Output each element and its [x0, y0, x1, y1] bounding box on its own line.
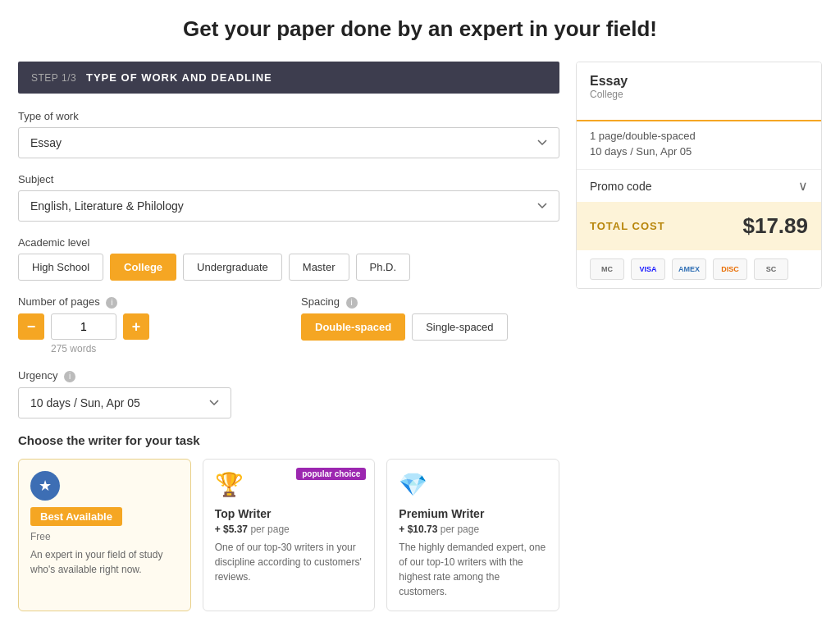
urgency-info-icon: i	[64, 371, 75, 382]
premium-writer-title: Premium Writer	[399, 507, 547, 520]
summary-card: Essay College 1 page/double-spaced 10 da…	[576, 62, 822, 289]
writer-card-top-writer[interactable]: 🏆 popular choice Top Writer + $5.37 per …	[203, 459, 376, 611]
academic-level-label: Academic level	[18, 236, 559, 249]
summary-details: 1 page/double-spaced 10 days / Sun, Apr …	[577, 121, 821, 169]
spacing-group: Spacing i Double-spaced Single-spaced	[301, 295, 559, 341]
pages-control: − +	[18, 313, 276, 340]
total-cost-amount: $17.89	[742, 213, 808, 239]
spacing-btn-double[interactable]: Double-spaced	[301, 313, 405, 341]
mastercard-icon: MC	[590, 258, 624, 280]
amex-icon: AMEX	[672, 258, 706, 280]
summary-detail-pages: 1 page/double-spaced	[590, 130, 808, 142]
type-of-work-group: Type of work Essay	[18, 110, 559, 158]
academic-btn-high-school[interactable]: High School	[18, 254, 103, 281]
shield-star-icon: ★	[30, 471, 60, 501]
academic-btn-undergraduate[interactable]: Undergraduate	[183, 254, 282, 281]
summary-sidebar: Essay College 1 page/double-spaced 10 da…	[576, 62, 822, 611]
trophy-icon: 🏆	[215, 471, 244, 501]
promo-chevron-icon: ∨	[798, 178, 808, 194]
spacing-info-icon: i	[346, 297, 358, 309]
pages-label: Number of pages i	[18, 295, 276, 309]
best-available-desc: An expert in your field of study who's a…	[30, 547, 179, 577]
page-title: Get your paper done by an expert in your…	[16, 16, 824, 42]
urgency-select-wrap: 10 days / Sun, Apr 05	[18, 387, 231, 418]
skrill-icon: SC	[754, 258, 788, 280]
top-writer-title: Top Writer	[215, 507, 363, 520]
promo-code-label: Promo code	[590, 180, 651, 193]
form-panel: STEP 1/3 TYPE OF WORK AND DEADLINE Type …	[18, 62, 559, 611]
academic-btn-phd[interactable]: Ph.D.	[356, 254, 411, 281]
visa-icon: VISA	[631, 258, 665, 280]
total-cost-label: TOTAL COST	[590, 220, 665, 232]
academic-level-buttons: High School College Undergraduate Master…	[18, 254, 559, 281]
writer-cards: ★ Best Available Free An expert in your …	[18, 459, 559, 611]
pages-group: Number of pages i − + 275 words	[18, 295, 276, 354]
step-title: TYPE OF WORK AND DEADLINE	[86, 71, 272, 84]
step-number: STEP 1/3	[31, 72, 76, 84]
popular-choice-badge: popular choice	[296, 468, 366, 480]
writer-card-premium-writer[interactable]: 💎 Premium Writer + $10.73 per page The h…	[386, 459, 559, 611]
urgency-group: Urgency i 10 days / Sun, Apr 05	[18, 369, 559, 418]
premium-writer-price: + $10.73 per page	[399, 524, 547, 535]
spacing-buttons: Double-spaced Single-spaced	[301, 313, 559, 341]
diamond-icon: 💎	[399, 471, 428, 501]
summary-level: College	[590, 89, 808, 100]
academic-level-group: Academic level High School College Under…	[18, 236, 559, 281]
subject-select[interactable]: English, Literature & Philology	[18, 190, 559, 222]
spacing-btn-single[interactable]: Single-spaced	[412, 313, 507, 341]
subject-label: Subject	[18, 173, 559, 185]
urgency-select[interactable]: 10 days / Sun, Apr 05	[18, 387, 231, 418]
pages-decrement-button[interactable]: −	[18, 313, 44, 340]
type-of-work-label: Type of work	[18, 110, 559, 122]
spacing-label: Spacing i	[301, 295, 559, 309]
summary-top: Essay College	[577, 62, 821, 120]
type-of-work-select[interactable]: Essay	[18, 127, 559, 158]
urgency-label: Urgency i	[18, 369, 559, 382]
pages-spacing-row: Number of pages i − + 275 words Spacing …	[18, 295, 559, 354]
pages-info-icon: i	[106, 297, 117, 309]
academic-btn-master[interactable]: Master	[289, 254, 349, 281]
writer-section-title: Choose the writer for your task	[18, 433, 559, 447]
words-hint: 275 words	[51, 343, 276, 354]
top-writer-desc: One of our top-30 writers in your discip…	[215, 540, 363, 584]
best-available-label: Best Available	[30, 507, 122, 526]
promo-code-row[interactable]: Promo code ∨	[577, 169, 821, 202]
pages-increment-button[interactable]: +	[123, 313, 149, 340]
writer-card-best-available[interactable]: ★ Best Available Free An expert in your …	[18, 459, 191, 611]
step-header: STEP 1/3 TYPE OF WORK AND DEADLINE	[18, 62, 559, 94]
total-cost-row: TOTAL COST $17.89	[577, 202, 821, 250]
pages-input[interactable]	[51, 313, 116, 340]
writer-section: Choose the writer for your task ★ Best A…	[18, 433, 559, 611]
best-available-price: Free	[30, 531, 179, 542]
academic-btn-college[interactable]: College	[110, 254, 176, 281]
top-writer-price: + $5.37 per page	[215, 524, 363, 535]
premium-writer-desc: The highly demanded expert, one of our t…	[399, 540, 547, 599]
summary-detail-deadline: 10 days / Sun, Apr 05	[590, 145, 808, 158]
payment-icons: MC VISA AMEX DISC SC	[577, 250, 821, 288]
subject-group: Subject English, Literature & Philology	[18, 173, 559, 222]
summary-type: Essay	[590, 74, 808, 89]
discover-icon: DISC	[713, 258, 747, 280]
